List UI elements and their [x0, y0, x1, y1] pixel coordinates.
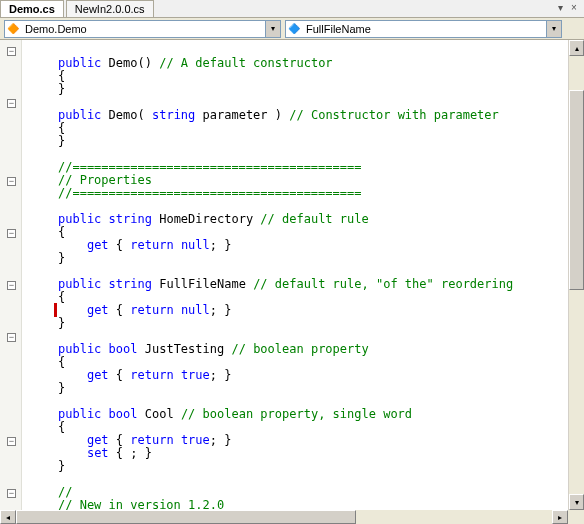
scroll-thumb[interactable]: [16, 510, 356, 524]
code-line: public Demo( string parameter ) // Const…: [22, 109, 568, 122]
scroll-up-icon[interactable]: ▴: [569, 40, 584, 56]
scroll-down-icon[interactable]: ▾: [569, 494, 584, 510]
scroll-corner: [568, 510, 584, 524]
code-line: get { return null; }: [22, 239, 568, 252]
horizontal-scrollbar[interactable]: ◂ ▸: [0, 510, 584, 524]
code-line: get { return null; }: [22, 304, 568, 317]
code-line: {: [22, 122, 568, 135]
pin-icon[interactable]: ▾: [554, 1, 566, 13]
scroll-left-icon[interactable]: ◂: [0, 510, 16, 524]
code-line: public bool JustTesting // boolean prope…: [22, 343, 568, 356]
property-icon: 🔷: [286, 21, 302, 37]
class-icon: 🔶: [5, 21, 21, 37]
tab-newin[interactable]: NewIn2.0.0.cs: [66, 0, 154, 17]
fold-toggle[interactable]: −: [7, 437, 16, 446]
type-combo[interactable]: 🔶 Demo.Demo ▾: [4, 20, 281, 38]
member-combo-text: FullFileName: [302, 23, 546, 35]
member-combo[interactable]: 🔷 FullFileName ▾: [285, 20, 562, 38]
code-area[interactable]: public Demo() // A default constructor{}…: [22, 40, 568, 510]
code-line: [22, 473, 568, 486]
code-line: set { ; }: [22, 447, 568, 460]
code-line: public string HomeDirectory // default r…: [22, 213, 568, 226]
editor: − − − − − − − − public Demo() // A defau…: [0, 40, 584, 510]
scroll-thumb[interactable]: [569, 90, 584, 290]
code-line: public Demo() // A default constructor: [22, 57, 568, 70]
fold-toggle[interactable]: −: [7, 229, 16, 238]
tab-bar: Demo.cs NewIn2.0.0.cs ▾ ×: [0, 0, 584, 18]
fold-toggle[interactable]: −: [7, 177, 16, 186]
fold-toggle[interactable]: −: [7, 47, 16, 56]
code-line: {: [22, 70, 568, 83]
fold-toggle[interactable]: −: [7, 489, 16, 498]
code-line: get { return true; }: [22, 369, 568, 382]
fold-toggle[interactable]: −: [7, 99, 16, 108]
code-line: }: [22, 135, 568, 148]
code-line: }: [22, 252, 568, 265]
tab-window-controls: ▾ ×: [554, 1, 580, 13]
chevron-down-icon[interactable]: ▾: [265, 21, 280, 37]
vertical-scrollbar[interactable]: ▴ ▾: [568, 40, 584, 510]
code-line: }: [22, 317, 568, 330]
gutter: − − − − − − − −: [0, 40, 22, 510]
scroll-track[interactable]: [16, 510, 552, 524]
code-line: public string FullFileName // default ru…: [22, 278, 568, 291]
code-line: public bool Cool // boolean property, si…: [22, 408, 568, 421]
fold-toggle[interactable]: −: [7, 281, 16, 290]
type-combo-text: Demo.Demo: [21, 23, 265, 35]
code-line: // New in version 1.2.0: [22, 499, 568, 510]
tab-demo[interactable]: Demo.cs: [0, 0, 64, 17]
fold-toggle[interactable]: −: [7, 333, 16, 342]
code-line: }: [22, 83, 568, 96]
close-icon[interactable]: ×: [568, 1, 580, 13]
chevron-down-icon[interactable]: ▾: [546, 21, 561, 37]
scroll-right-icon[interactable]: ▸: [552, 510, 568, 524]
code-line: //======================================…: [22, 187, 568, 200]
change-marker: [54, 303, 58, 317]
code-line: }: [22, 460, 568, 473]
toolbar: 🔶 Demo.Demo ▾ 🔷 FullFileName ▾: [0, 18, 584, 40]
code-line: }: [22, 382, 568, 395]
